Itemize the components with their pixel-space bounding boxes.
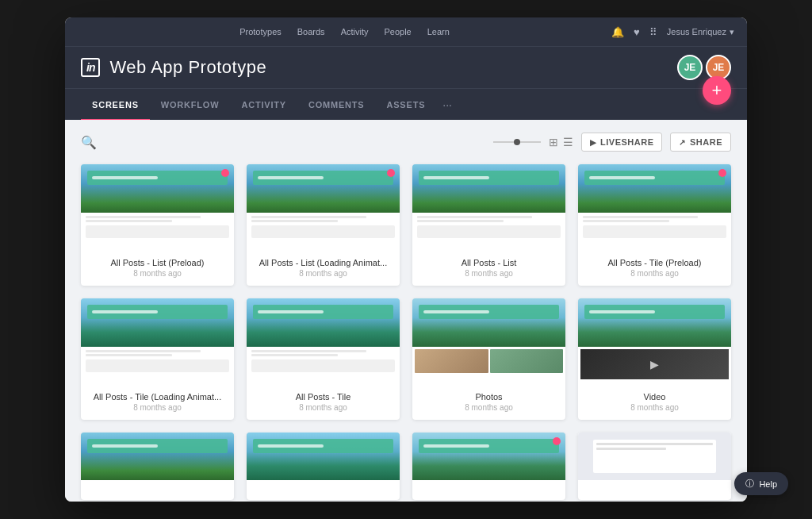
screen-thumbnail (81, 164, 234, 252)
zoom-track[interactable] (493, 141, 541, 143)
screen-thumbnail (247, 164, 400, 252)
screen-card[interactable]: All Posts - Tile (Loading Animat... 8 mo… (81, 298, 234, 420)
screen-info: All Posts - List (Preload) 8 months ago (81, 252, 234, 286)
grid-view-icon[interactable]: ⊞ (549, 136, 558, 148)
screen-card[interactable]: All Posts - List (Preload) 8 months ago (81, 164, 234, 286)
screen-time: 8 months ago (89, 269, 226, 278)
app-window: Prototypes Boards Activity People Learn … (65, 17, 747, 502)
screen-thumbnail (81, 432, 234, 480)
liveshare-button[interactable]: ▶ LIVESHARE (581, 133, 663, 152)
screen-time: 8 months ago (255, 269, 392, 278)
screen-info: All Posts - Tile (Loading Animat... 8 mo… (81, 386, 234, 420)
screen-time: 8 months ago (586, 403, 723, 412)
help-button[interactable]: ⓘ Help (734, 472, 788, 495)
nav-boards[interactable]: Boards (297, 27, 325, 37)
screens-grid: All Posts - List (Preload) 8 months ago (81, 164, 731, 500)
tab-assets[interactable]: ASSETS (375, 89, 436, 121)
header-avatars: JE JE (677, 55, 731, 80)
screen-thumbnail (412, 298, 565, 386)
screen-time: 8 months ago (586, 269, 723, 278)
screen-card[interactable] (81, 432, 234, 500)
bell-icon[interactable]: 🔔 (611, 26, 624, 38)
screen-info: All Posts - List (Loading Animat... 8 mo… (247, 252, 400, 286)
screen-name: All Posts - List (Preload) (89, 258, 226, 267)
content-area: 🔍 ⊞ ☰ ▶ LIVESHARE ↗ SHARE (65, 120, 747, 502)
tab-screens[interactable]: SCREENS (81, 89, 150, 121)
search-icon[interactable]: 🔍 (81, 135, 97, 150)
screen-thumbnail: ▶ (578, 298, 731, 386)
notification-dot (553, 437, 561, 445)
grid-icon[interactable]: ⠿ (649, 26, 657, 38)
screen-time: 8 months ago (255, 403, 392, 412)
screen-thumbnail (412, 164, 565, 252)
screen-name: All Posts - Tile (Loading Animat... (89, 392, 226, 402)
zoom-slider[interactable] (493, 141, 541, 143)
header-bar: in Web App Prototype JE JE (65, 46, 747, 88)
view-toggle: ⊞ ☰ (549, 136, 573, 148)
screen-info: Photos 8 months ago (412, 386, 565, 420)
avatar-1[interactable]: JE (677, 55, 703, 80)
screen-card[interactable]: All Posts - List (Loading Animat... 8 mo… (247, 164, 400, 286)
toolbar-right: ⊞ ☰ ▶ LIVESHARE ↗ SHARE (493, 133, 731, 152)
screen-name: Photos (420, 392, 557, 402)
screen-card[interactable] (412, 432, 565, 500)
toolbar: 🔍 ⊞ ☰ ▶ LIVESHARE ↗ SHARE (81, 133, 731, 152)
nav-activity[interactable]: Activity (341, 27, 369, 37)
screen-name: All Posts - Tile (255, 392, 392, 402)
screen-name: Video (586, 392, 723, 402)
top-nav-links: Prototypes Boards Activity People Learn (78, 27, 611, 37)
screen-thumbnail (578, 164, 731, 252)
screen-time: 8 months ago (420, 269, 557, 278)
screen-name: All Posts - List (420, 258, 557, 267)
screen-thumbnail (81, 298, 234, 386)
share-button[interactable]: ↗ SHARE (670, 133, 731, 152)
screen-card[interactable] (578, 432, 731, 500)
screen-card[interactable]: ▶ Video 8 months ago (578, 298, 731, 420)
more-options[interactable]: ··· (436, 98, 458, 111)
screen-card[interactable]: All Posts - List 8 months ago (412, 164, 565, 286)
liveshare-icon: ▶ (590, 138, 597, 147)
tab-workflow[interactable]: WORKFLOW (150, 89, 231, 121)
screen-thumbnail (247, 432, 400, 480)
screen-card[interactable]: All Posts - Tile 8 months ago (247, 298, 400, 420)
heart-icon[interactable]: ♥ (634, 26, 640, 38)
sub-nav: SCREENS WORKFLOW ACTIVITY COMMENTS ASSET… (65, 88, 747, 120)
screen-card[interactable]: All Posts - Tile (Preload) 8 months ago (578, 164, 731, 286)
user-menu[interactable]: Jesus Enriquez ▾ (667, 27, 734, 37)
screen-name: All Posts - List (Loading Animat... (255, 258, 392, 267)
project-title: Web App Prototype (109, 57, 266, 78)
top-nav-right: 🔔 ♥ ⠿ Jesus Enriquez ▾ (611, 26, 734, 38)
nav-learn[interactable]: Learn (427, 27, 450, 37)
screen-name: All Posts - Tile (Preload) (586, 258, 723, 267)
screen-info: All Posts - List 8 months ago (412, 252, 565, 286)
screen-thumbnail (247, 298, 400, 386)
screen-time: 8 months ago (89, 403, 226, 412)
screen-info: All Posts - Tile 8 months ago (247, 386, 400, 420)
screen-info: Video 8 months ago (578, 386, 731, 420)
screen-card[interactable] (247, 432, 400, 500)
notification-dot (718, 169, 726, 177)
top-nav: Prototypes Boards Activity People Learn … (65, 17, 747, 46)
list-view-icon[interactable]: ☰ (563, 136, 573, 148)
header-left: in Web App Prototype (81, 57, 266, 78)
screen-thumbnail (578, 432, 731, 480)
nav-prototypes[interactable]: Prototypes (239, 27, 282, 37)
screen-time: 8 months ago (420, 403, 557, 412)
screen-info: All Posts - Tile (Preload) 8 months ago (578, 252, 731, 286)
add-screen-button[interactable]: + (703, 76, 731, 105)
share-icon: ↗ (679, 138, 686, 147)
help-icon: ⓘ (745, 478, 754, 490)
nav-people[interactable]: People (384, 27, 411, 37)
notification-dot (221, 169, 229, 177)
chevron-down-icon: ▾ (730, 27, 734, 37)
invision-logo: in (81, 58, 100, 77)
tab-comments[interactable]: COMMENTS (297, 89, 376, 121)
screen-thumbnail (412, 432, 565, 480)
notification-dot (387, 169, 395, 177)
screen-card[interactable]: Photos 8 months ago (412, 298, 565, 420)
tab-activity[interactable]: ACTIVITY (230, 89, 297, 121)
